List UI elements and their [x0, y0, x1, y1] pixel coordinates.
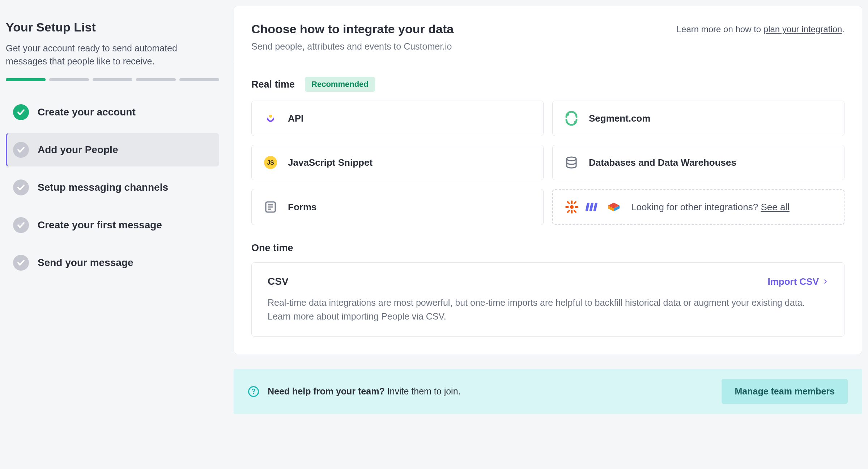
card-subtitle: Send people, attributes and events to Cu…: [251, 41, 454, 52]
step-label: Create your first message: [38, 219, 162, 231]
check-icon: [13, 142, 29, 158]
step-label: Send your message: [38, 257, 133, 269]
learn-more-suffix: .: [842, 24, 844, 34]
tile-label: Segment.com: [589, 113, 651, 124]
tile-api[interactable]: API: [251, 101, 544, 136]
tile-label: Forms: [288, 202, 316, 213]
learn-more-link[interactable]: plan your integration: [763, 24, 842, 34]
learn-more: Learn more on how to plan your integrati…: [677, 22, 844, 34]
js-icon: JS: [263, 155, 278, 170]
svg-point-2: [574, 121, 576, 123]
card-title: Choose how to integrate your data: [251, 22, 454, 36]
step-add-people[interactable]: Add your People: [6, 133, 219, 166]
svg-point-1: [567, 114, 569, 116]
segment-icon: [564, 111, 579, 126]
svg-rect-12: [571, 210, 573, 214]
progress-seg-3: [93, 78, 132, 81]
tile-other-integrations: Looking for other integrations? See all: [552, 189, 844, 225]
svg-rect-21: [593, 203, 597, 211]
steps-list: Create your account Add your People Setu…: [6, 96, 219, 279]
svg-rect-19: [586, 203, 590, 211]
team-help-strong: Need help from your team?: [268, 386, 385, 396]
card-body: Real time Recommended API Segmen: [234, 62, 862, 354]
onetime-header: One time: [251, 242, 844, 254]
svg-rect-20: [589, 203, 593, 211]
main: Choose how to integrate your data Send p…: [234, 6, 862, 414]
database-icon: [564, 155, 579, 170]
tile-label: Databases and Data Warehouses: [589, 157, 736, 168]
svg-rect-15: [567, 201, 570, 204]
tile-segment[interactable]: Segment.com: [552, 101, 844, 136]
step-create-account[interactable]: Create your account: [6, 96, 219, 129]
import-csv-link[interactable]: Import CSV: [767, 276, 828, 287]
csv-title: CSV: [268, 276, 289, 287]
help-icon: ?: [248, 386, 259, 397]
progress-bar: [6, 78, 219, 81]
svg-rect-18: [567, 210, 570, 213]
realtime-title: Real time: [251, 79, 295, 90]
svg-text:JS: JS: [267, 160, 274, 166]
progress-seg-2: [49, 78, 89, 81]
tray-icon: [607, 200, 621, 214]
svg-rect-13: [565, 206, 569, 208]
api-icon: [263, 111, 278, 126]
svg-rect-17: [573, 201, 577, 204]
check-icon: [13, 104, 29, 120]
sidebar: Your Setup List Get your account ready t…: [6, 6, 219, 414]
tile-js-snippet[interactable]: JS JavaScript Snippet: [251, 145, 544, 180]
step-first-message[interactable]: Create your first message: [6, 208, 219, 242]
import-csv-label: Import CSV: [767, 276, 819, 287]
step-label: Setup messaging channels: [38, 182, 168, 193]
team-help-bar: ? Need help from your team? Invite them …: [234, 369, 862, 414]
make-icon: [586, 200, 600, 214]
tile-label: API: [288, 113, 303, 124]
svg-rect-16: [573, 210, 577, 213]
chevron-right-icon: [822, 279, 828, 284]
check-icon: [13, 179, 29, 195]
progress-seg-1: [6, 78, 46, 81]
see-all-link[interactable]: See all: [761, 202, 790, 212]
csv-description: Real-time data integrations are most pow…: [268, 296, 828, 323]
realtime-grid: API Segment.com JS JavaScript Snippet: [251, 101, 844, 225]
svg-point-10: [570, 205, 574, 209]
step-messaging-channels[interactable]: Setup messaging channels: [6, 171, 219, 204]
check-icon: [13, 255, 29, 271]
other-prefix: Looking for other integrations?: [631, 202, 761, 212]
tile-databases[interactable]: Databases and Data Warehouses: [552, 145, 844, 180]
check-icon: [13, 217, 29, 233]
sidebar-title: Your Setup List: [6, 20, 219, 34]
card-header: Choose how to integrate your data Send p…: [234, 6, 862, 62]
progress-seg-5: [179, 78, 219, 81]
tile-forms[interactable]: Forms: [251, 189, 544, 225]
learn-more-prefix: Learn more on how to: [677, 24, 763, 34]
progress-seg-4: [136, 78, 176, 81]
step-send-message[interactable]: Send your message: [6, 246, 219, 279]
step-label: Add your People: [38, 144, 118, 156]
step-label: Create your account: [38, 106, 136, 118]
team-help-rest: Invite them to join.: [385, 386, 461, 396]
svg-point-5: [567, 157, 576, 161]
zapier-icon: [565, 200, 579, 214]
realtime-header: Real time Recommended: [251, 77, 844, 92]
form-icon: [263, 200, 278, 214]
tile-label: JavaScript Snippet: [288, 157, 373, 168]
manage-team-button[interactable]: Manage team members: [722, 379, 848, 404]
svg-rect-14: [575, 206, 578, 208]
sidebar-subtitle: Get your account ready to send automated…: [6, 42, 219, 68]
csv-box: CSV Import CSV Real-time data integratio…: [251, 262, 844, 337]
recommended-badge: Recommended: [305, 77, 375, 92]
integrate-card: Choose how to integrate your data Send p…: [234, 6, 862, 354]
svg-point-0: [269, 115, 272, 118]
onetime-heading: One time: [251, 242, 293, 254]
svg-rect-11: [571, 200, 573, 204]
